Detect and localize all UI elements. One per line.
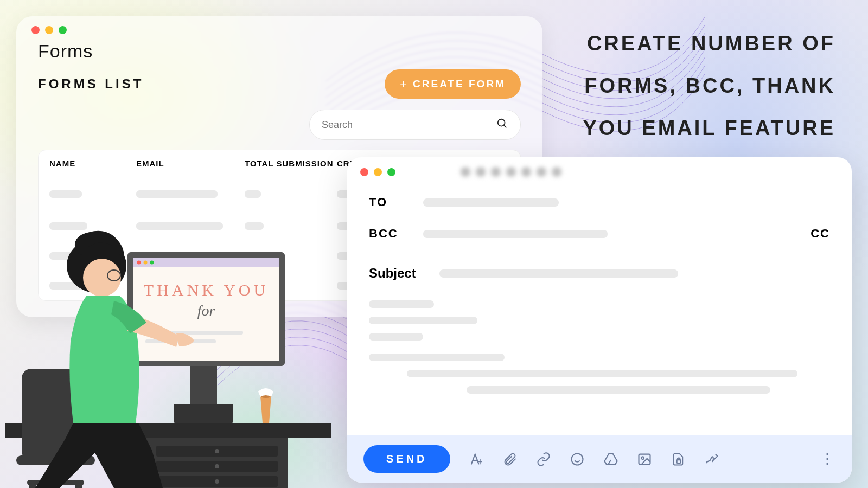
svg-point-12 <box>641 457 644 459</box>
search-input[interactable] <box>322 119 496 131</box>
forms-title: Forms <box>16 41 542 69</box>
cc-toggle[interactable]: CC <box>810 227 830 241</box>
col-name: NAME <box>49 159 136 168</box>
more-icon[interactable]: ⋮ <box>820 451 835 467</box>
svg-rect-15 <box>146 438 288 488</box>
svg-point-20 <box>215 464 219 468</box>
svg-rect-38 <box>27 480 84 485</box>
svg-rect-17 <box>156 461 278 472</box>
create-form-button[interactable]: + CREATE FORM <box>385 69 521 99</box>
subject-label: Subject <box>369 266 423 281</box>
svg-rect-18 <box>156 476 278 487</box>
send-button[interactable]: SEND <box>363 445 450 473</box>
svg-line-1 <box>504 125 507 128</box>
blurred-toolbar <box>461 167 561 177</box>
svg-rect-28 <box>190 366 217 404</box>
headline-text: CREATE NUMBER OF FORMS, BCC, THANK YOU E… <box>575 23 835 150</box>
close-dot[interactable] <box>360 168 368 176</box>
svg-rect-29 <box>174 404 233 423</box>
maximize-dot[interactable] <box>387 168 395 176</box>
close-dot[interactable] <box>31 26 40 34</box>
email-body-content[interactable] <box>369 290 830 413</box>
minimize-dot[interactable] <box>374 168 382 176</box>
col-total: TOTAL SUBMISSION <box>245 159 337 168</box>
signature-icon[interactable] <box>704 452 719 467</box>
svg-rect-13 <box>676 460 680 463</box>
svg-point-10 <box>571 453 583 465</box>
svg-point-21 <box>215 479 219 484</box>
svg-rect-36 <box>16 455 95 465</box>
lock-file-icon[interactable] <box>671 452 686 467</box>
bcc-field[interactable] <box>423 230 608 238</box>
minimize-dot[interactable] <box>45 26 53 34</box>
svg-rect-37 <box>50 465 61 481</box>
plus-icon: + <box>400 77 409 91</box>
search-box[interactable] <box>309 110 521 140</box>
attachment-icon[interactable] <box>502 452 518 467</box>
to-label: TO <box>369 195 407 209</box>
svg-rect-11 <box>639 454 650 464</box>
svg-point-0 <box>498 119 505 126</box>
emoji-icon[interactable] <box>570 452 585 467</box>
maximize-dot[interactable] <box>59 26 67 34</box>
link-icon[interactable] <box>536 452 551 467</box>
bcc-label: BCC <box>369 227 407 241</box>
subject-field[interactable] <box>439 269 678 278</box>
svg-point-40 <box>52 483 59 488</box>
svg-rect-32 <box>145 331 243 335</box>
col-email: EMAIL <box>136 159 245 168</box>
svg-point-39 <box>29 483 36 488</box>
email-toolbar: SEND ⋮ <box>347 435 852 483</box>
forms-subtitle: FORMS LIST <box>38 76 144 92</box>
svg-rect-14 <box>5 423 331 438</box>
create-form-label: CREATE FORM <box>413 78 506 90</box>
svg-rect-35 <box>22 369 90 461</box>
window-controls <box>16 26 542 41</box>
email-window: TO BCC CC Subject SEND ⋮ <box>347 157 852 483</box>
to-field[interactable] <box>423 198 559 207</box>
svg-point-19 <box>215 449 219 453</box>
text-format-icon[interactable] <box>469 452 484 467</box>
image-icon[interactable] <box>637 452 652 467</box>
search-icon[interactable] <box>496 118 508 132</box>
svg-point-34 <box>260 394 272 398</box>
svg-rect-16 <box>156 446 278 457</box>
svg-point-41 <box>75 483 82 488</box>
drive-icon[interactable] <box>603 452 618 467</box>
svg-rect-33 <box>145 339 216 343</box>
